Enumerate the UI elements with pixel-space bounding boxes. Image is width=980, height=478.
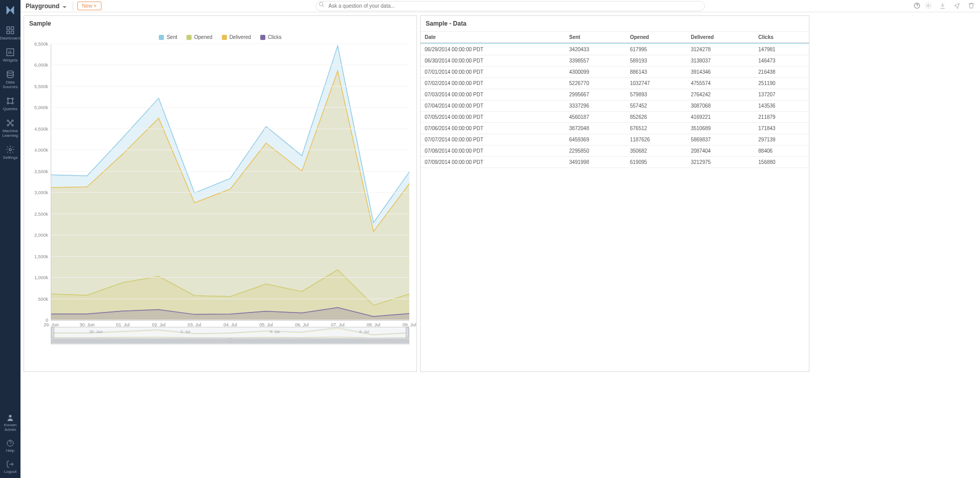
table-cell: 143536 — [754, 100, 809, 112]
y-tick-label: 4,500k — [34, 127, 48, 132]
search-input[interactable] — [316, 1, 705, 11]
table-cell: 07/09/2014 00:00:00 PDT — [421, 157, 565, 168]
table-row[interactable]: 07/09/2014 00:00:00 PDT34919986190953212… — [421, 157, 809, 168]
table-row[interactable]: 07/07/2014 00:00:00 PDT64593691187626586… — [421, 134, 809, 146]
svg-point-8 — [7, 102, 9, 104]
legend-label: Sent — [166, 34, 177, 40]
navigator-handle-left[interactable] — [51, 327, 54, 338]
table-cell: 2295850 — [565, 146, 626, 157]
table-row[interactable]: 07/08/2014 00:00:00 PDT22958503506822087… — [421, 146, 809, 157]
table-cell: 1187626 — [626, 134, 687, 146]
table-cell: 07/02/2014 00:00:00 PDT — [421, 78, 565, 89]
chart-navigator[interactable]: 30. Jun2. Jul5. Jul8. Jul — [51, 327, 409, 344]
new-button[interactable]: New + — [77, 2, 101, 10]
legend-label: Clicks — [268, 34, 282, 40]
grid-icon — [6, 26, 15, 35]
table-cell: 4300099 — [565, 67, 626, 78]
table-cell: 146473 — [754, 55, 809, 67]
table-cell: 297139 — [754, 134, 809, 146]
table-column-header[interactable]: Clicks — [754, 32, 809, 43]
nav-dashboards[interactable]: Dashboards — [0, 23, 20, 45]
legend-item[interactable]: Delivered — [222, 34, 251, 40]
table-row[interactable]: 06/30/2014 00:00:00 PDT33985575891933138… — [421, 55, 809, 67]
table-cell: 88406 — [754, 146, 809, 157]
table-column-header[interactable]: Delivered — [686, 32, 754, 43]
table-cell: 07/05/2014 00:00:00 PDT — [421, 112, 565, 123]
divider — [73, 2, 73, 11]
search-icon — [319, 2, 325, 12]
table-panel-title: Sample - Data — [421, 16, 809, 32]
legend-item[interactable]: Clicks — [260, 34, 282, 40]
nav-widgets[interactable]: Widgets — [0, 45, 20, 67]
table-row[interactable]: 07/02/2014 00:00:00 PDT52267701032747475… — [421, 78, 809, 89]
legend-label: Opened — [194, 34, 213, 40]
table-column-header[interactable]: Sent — [565, 32, 626, 43]
y-tick-label: 5,500k — [34, 84, 48, 89]
table-header-row: DateSentOpenedDeliveredClicks — [421, 32, 809, 43]
table-cell: 2764242 — [686, 89, 754, 100]
legend-item[interactable]: Opened — [186, 34, 213, 40]
table-cell: 676512 — [626, 123, 687, 134]
table-row[interactable]: 07/06/2014 00:00:00 PDT38720486765123510… — [421, 123, 809, 134]
table-row[interactable]: 06/29/2014 00:00:00 PDT34204336179953124… — [421, 44, 809, 55]
table-cell: 557452 — [626, 100, 687, 112]
svg-rect-0 — [7, 27, 9, 29]
nav-label: Queries — [3, 107, 17, 111]
table-row[interactable]: 07/01/2014 00:00:00 PDT43000998861433914… — [421, 67, 809, 78]
table-column-header[interactable]: Opened — [626, 32, 687, 43]
nav-label: Data Sources — [3, 80, 17, 89]
y-tick-label: 1,500k — [34, 254, 48, 259]
table-row[interactable]: 07/03/2014 00:00:00 PDT29956675798932764… — [421, 89, 809, 100]
y-tick-label: 2,000k — [34, 233, 48, 238]
svg-rect-3 — [11, 31, 14, 34]
nav-settings[interactable]: Settings — [0, 142, 20, 164]
y-tick-label: 6,500k — [34, 41, 48, 47]
chart-icon — [6, 48, 15, 57]
navigator-scrollbar[interactable] — [51, 338, 409, 344]
navigator-tick: 2. Jul — [180, 329, 190, 334]
table-cell: 06/30/2014 00:00:00 PDT — [421, 55, 565, 67]
chart-plot[interactable]: 0500k1,000k1,500k2,000k2,500k3,000k3,500… — [51, 44, 409, 321]
table-cell: 619095 — [626, 157, 687, 168]
ml-icon — [6, 118, 15, 128]
nav-machine-learning[interactable]: Machine Learning — [0, 115, 20, 142]
table-row[interactable]: 07/05/2014 00:00:00 PDT45601878526264169… — [421, 112, 809, 123]
help-circle-icon[interactable] — [913, 2, 921, 10]
table-cell: 07/06/2014 00:00:00 PDT — [421, 123, 565, 134]
page-selector[interactable]: Playground — [26, 3, 69, 10]
legend-swatch — [159, 35, 164, 40]
table-row[interactable]: 07/04/2014 00:00:00 PDT33372965574523087… — [421, 100, 809, 112]
table-column-header[interactable]: Date — [421, 32, 565, 43]
navigator-handle-right[interactable] — [406, 327, 409, 338]
svg-point-16 — [9, 415, 11, 418]
nav-label: Widgets — [3, 58, 18, 63]
table-cell: 617995 — [626, 44, 687, 55]
svg-point-7 — [12, 98, 13, 99]
nav-user[interactable]: Known Admin — [0, 410, 20, 436]
table-cell: 2995667 — [565, 89, 626, 100]
nav-label: Known Admin — [4, 423, 16, 432]
legend-item[interactable]: Sent — [159, 34, 177, 40]
nav-label: Machine Learning — [2, 129, 18, 138]
share-icon[interactable] — [953, 2, 961, 10]
settings-icon[interactable] — [925, 2, 932, 10]
table-cell: 07/07/2014 00:00:00 PDT — [421, 134, 565, 146]
nav-label: Help — [6, 448, 14, 453]
nav-logout[interactable]: Logout — [0, 457, 20, 478]
table-cell: 3420433 — [565, 44, 626, 55]
table-panel: Sample - Data DateSentOpenedDeliveredCli… — [420, 15, 809, 372]
y-tick-label: 3,000k — [34, 190, 48, 195]
nav-queries[interactable]: Queries — [0, 93, 20, 115]
y-tick-label: 3,500k — [34, 169, 48, 174]
nav-data-sources[interactable]: Data Sources — [0, 67, 20, 93]
table-cell: 3087068 — [686, 100, 754, 112]
trash-icon[interactable] — [968, 2, 975, 10]
svg-point-13 — [7, 124, 9, 126]
nav-label: Settings — [3, 155, 18, 160]
logout-icon — [6, 460, 14, 468]
app-logo[interactable] — [3, 3, 17, 17]
download-icon[interactable] — [939, 2, 946, 10]
table-cell: 1032747 — [626, 78, 687, 89]
table-cell: 147981 — [754, 44, 809, 55]
nav-help[interactable]: Help — [0, 436, 20, 457]
